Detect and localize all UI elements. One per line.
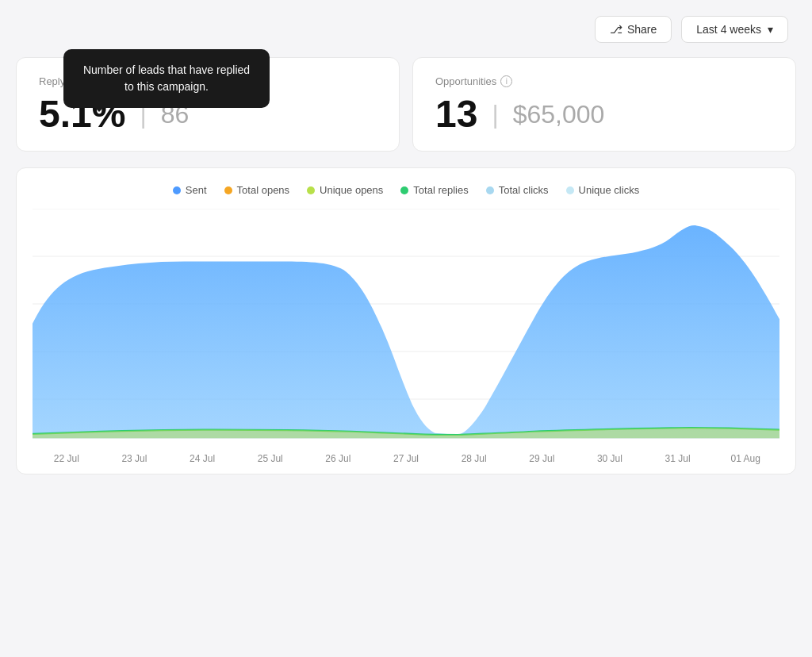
legend-dot-total-replies [400, 186, 408, 194]
reply-rate-secondary: 86 [161, 102, 190, 127]
legend-label-total-opens: Total opens [237, 184, 290, 196]
legend-item-sent: Sent [173, 184, 207, 196]
x-axis: 22 Jul23 Jul24 Jul25 Jul26 Jul27 Jul28 J… [33, 447, 779, 474]
legend-label-unique-clicks: Unique clicks [579, 184, 640, 196]
chart-container [33, 209, 779, 447]
share-icon: ⎇ [610, 23, 622, 36]
x-axis-label: 23 Jul [101, 453, 169, 464]
reply-rate-card: Reply rate i 5.1% | 86 [16, 57, 400, 152]
reply-rate-info-icon[interactable]: i [90, 75, 102, 87]
x-axis-label: 26 Jul [304, 453, 373, 464]
page-wrapper: ⎇ Share Last 4 weeks ▾ Number of leads t… [0, 0, 812, 657]
legend-item-total-opens: Total opens [224, 184, 290, 196]
x-axis-label: 28 Jul [440, 453, 508, 464]
legend-dot-total-clicks [486, 186, 494, 194]
legend-item-unique-opens: Unique opens [307, 184, 383, 196]
legend-dot-unique-clicks [566, 186, 574, 194]
reply-rate-label: Reply rate i [39, 75, 377, 87]
opportunities-divider: | [492, 102, 498, 127]
x-axis-label: 30 Jul [576, 453, 644, 464]
reply-rate-divider: | [140, 102, 146, 127]
legend-dot-total-opens [224, 186, 232, 194]
legend-dot-unique-opens [307, 186, 315, 194]
opportunities-label: Opportunities i [435, 75, 773, 87]
x-axis-label: 24 Jul [168, 453, 236, 464]
legend-item-total-replies: Total replies [400, 184, 468, 196]
legend-item-unique-clicks: Unique clicks [566, 184, 640, 196]
date-range-label: Last 4 weeks [696, 23, 761, 36]
top-bar: ⎇ Share Last 4 weeks ▾ [16, 16, 796, 43]
legend-label-total-clicks: Total clicks [499, 184, 549, 196]
chevron-down-icon: ▾ [768, 23, 773, 36]
opportunities-info-icon[interactable]: i [500, 75, 512, 87]
date-range-button[interactable]: Last 4 weeks ▾ [681, 16, 788, 43]
chart-svg [33, 209, 779, 447]
reply-rate-values: 5.1% | 86 [39, 95, 377, 133]
sent-area [33, 225, 779, 438]
x-axis-label: 31 Jul [644, 453, 712, 464]
legend-label-sent: Sent [186, 184, 207, 196]
x-axis-label: 22 Jul [33, 453, 101, 464]
opportunities-values: 13 | $65,000 [435, 95, 773, 133]
legend-label-unique-opens: Unique opens [320, 184, 383, 196]
x-axis-label: 27 Jul [372, 453, 440, 464]
share-label: Share [627, 23, 657, 36]
stats-row: Number of leads that have replied to thi… [16, 57, 796, 152]
legend-dot-sent [173, 186, 181, 194]
opportunities-primary: 13 [435, 95, 477, 133]
share-button[interactable]: ⎇ Share [595, 16, 672, 43]
reply-rate-primary: 5.1% [39, 95, 125, 133]
opportunities-secondary: $65,000 [513, 102, 605, 127]
legend-item-total-clicks: Total clicks [486, 184, 549, 196]
chart-section: SentTotal opensUnique opensTotal replies… [16, 167, 796, 474]
chart-legend: SentTotal opensUnique opensTotal replies… [33, 184, 779, 196]
legend-label-total-replies: Total replies [413, 184, 468, 196]
x-axis-label: 29 Jul [508, 453, 576, 464]
x-axis-label: 01 Aug [711, 453, 779, 464]
opportunities-card: Opportunities i 13 | $65,000 [412, 57, 796, 152]
x-axis-label: 25 Jul [236, 453, 304, 464]
